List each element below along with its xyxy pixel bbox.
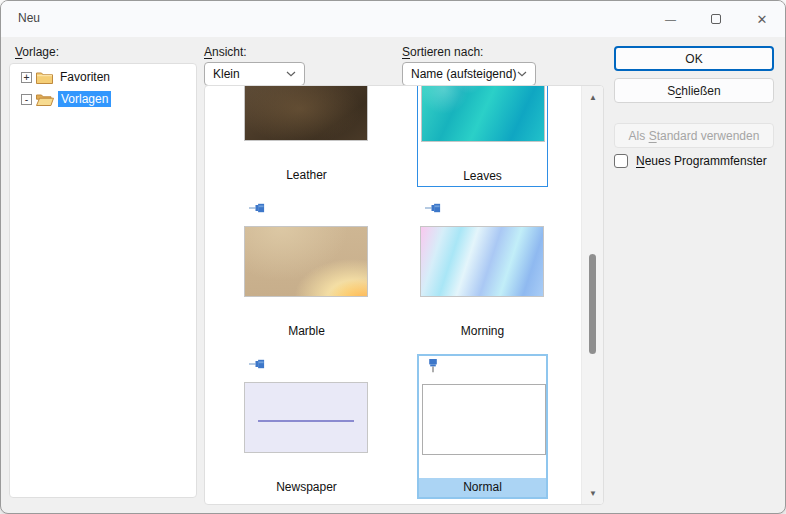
template-name: Newspaper bbox=[241, 480, 372, 494]
closed-folder-icon bbox=[36, 71, 53, 84]
template-name: Marble bbox=[241, 324, 372, 338]
new-window-label: Neues Programmfenster bbox=[636, 154, 767, 168]
template-name: Morning bbox=[417, 324, 548, 338]
sort-select[interactable]: Name (aufsteigend) bbox=[402, 62, 536, 86]
titlebar: Neu — ✕ bbox=[1, 1, 785, 37]
scrollbar-thumb[interactable] bbox=[589, 254, 596, 354]
unpin-icon[interactable] bbox=[425, 200, 442, 218]
unpin-icon[interactable] bbox=[249, 356, 266, 374]
new-window-option[interactable]: Neues Programmfenster bbox=[614, 154, 767, 168]
template-thumbnail-newspaper[interactable] bbox=[244, 382, 368, 453]
pinned-icon[interactable] bbox=[427, 358, 439, 378]
tree-item-vorlagen[interactable]: - Vorlagen bbox=[10, 90, 196, 108]
template-thumbnail-leather[interactable] bbox=[244, 86, 368, 141]
template-item-leaves[interactable]: Leaves bbox=[417, 86, 548, 187]
checkbox-unchecked-icon[interactable] bbox=[614, 154, 628, 168]
new-document-dialog: Neu — ✕ Vorlage: + Favoriten bbox=[0, 0, 786, 514]
tree-item-label: Vorlagen bbox=[58, 91, 111, 107]
close-icon: ✕ bbox=[757, 12, 768, 27]
close-button[interactable]: ✕ bbox=[739, 1, 785, 37]
set-default-button: Als Standard verwenden bbox=[614, 123, 774, 148]
template-tree-label: Vorlage: bbox=[15, 45, 59, 59]
chevron-down-icon bbox=[286, 71, 296, 77]
template-name: Normal bbox=[419, 478, 546, 497]
template-thumbnail-normal[interactable] bbox=[422, 384, 546, 455]
template-item-marble[interactable]: Marble bbox=[241, 198, 372, 343]
open-folder-icon bbox=[36, 93, 54, 106]
template-item-leather[interactable]: Leather bbox=[241, 86, 372, 187]
expand-icon[interactable]: + bbox=[21, 72, 32, 83]
template-item-morning[interactable]: Morning bbox=[417, 198, 548, 343]
template-name: Leather bbox=[241, 168, 372, 182]
chevron-down-icon bbox=[517, 71, 527, 77]
maximize-icon bbox=[711, 14, 721, 24]
template-gallery-viewport: Leather Leaves Marble bbox=[205, 86, 581, 504]
minimize-icon: — bbox=[665, 13, 675, 25]
template-name: Leaves bbox=[418, 169, 547, 183]
gallery-scrollbar[interactable]: ▲ ▼ bbox=[581, 86, 603, 504]
collapse-icon[interactable]: - bbox=[21, 94, 32, 105]
tree-item-favoriten[interactable]: + Favoriten bbox=[10, 68, 196, 86]
template-thumbnail-leaves[interactable] bbox=[421, 86, 545, 142]
ok-button[interactable]: OK bbox=[614, 46, 774, 71]
template-thumbnail-morning[interactable] bbox=[420, 226, 544, 297]
minimize-button[interactable]: — bbox=[647, 1, 693, 37]
window-title: Neu bbox=[18, 11, 40, 25]
template-item-normal[interactable]: Normal bbox=[417, 354, 548, 499]
sort-select-value: Name (aufsteigend) bbox=[411, 67, 516, 81]
tree-item-label: Favoriten bbox=[57, 69, 113, 85]
view-label: Ansicht: bbox=[204, 45, 247, 59]
scroll-down-icon[interactable]: ▼ bbox=[582, 484, 604, 502]
template-gallery: Leather Leaves Marble bbox=[204, 85, 604, 505]
window-controls: — ✕ bbox=[647, 1, 785, 37]
unpin-icon[interactable] bbox=[249, 200, 266, 218]
template-thumbnail-marble[interactable] bbox=[244, 226, 368, 297]
template-tree: + Favoriten - Vorlagen bbox=[9, 63, 197, 498]
template-item-newspaper[interactable]: Newspaper bbox=[241, 354, 372, 499]
view-select[interactable]: Klein bbox=[204, 62, 305, 86]
view-select-value: Klein bbox=[213, 67, 240, 81]
close-dialog-button[interactable]: Schließen bbox=[614, 78, 774, 103]
scroll-up-icon[interactable]: ▲ bbox=[582, 88, 604, 106]
sort-label: Sortieren nach: bbox=[402, 45, 483, 59]
maximize-button[interactable] bbox=[693, 1, 739, 37]
